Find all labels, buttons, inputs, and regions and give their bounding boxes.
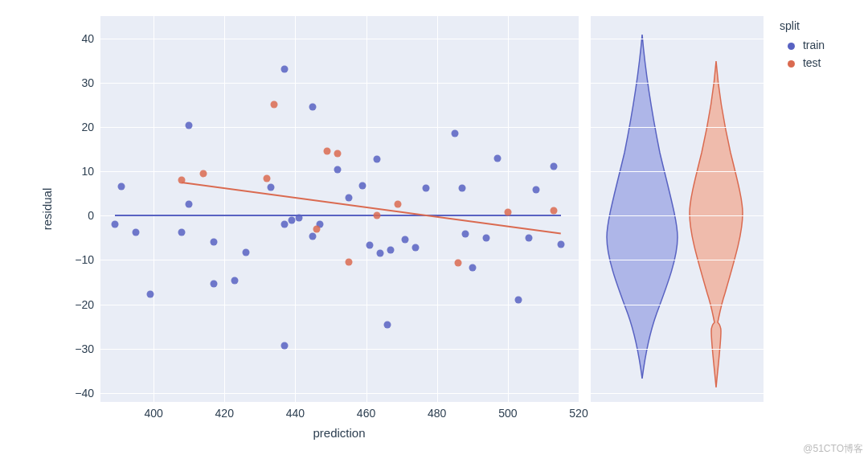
- grid-line-v: [154, 16, 154, 402]
- scatter-point-train: [458, 185, 465, 192]
- violin-svg: [591, 16, 764, 402]
- scatter-point-train: [345, 195, 352, 202]
- x-tick-label: 420: [215, 407, 234, 420]
- y-tick-label: 0: [70, 209, 94, 222]
- grid-line-h: [100, 39, 579, 39]
- scatter-point-train: [186, 122, 193, 129]
- scatter-point-train: [309, 103, 317, 110]
- legend-item-test: test: [788, 56, 821, 69]
- scatter-point-test: [345, 258, 352, 265]
- regression-line-train: [115, 215, 561, 216]
- legend-dot-test: [788, 60, 795, 68]
- violin-plot-area: [591, 16, 764, 402]
- scatter-point-train: [309, 232, 317, 240]
- grid-line-v: [224, 16, 225, 402]
- scatter-point-test: [199, 170, 207, 178]
- scatter-point-train: [451, 130, 458, 137]
- grid-line-h: [591, 39, 764, 39]
- legend-title: split: [780, 19, 800, 32]
- scatter-point-test: [334, 150, 342, 158]
- grid-line-h: [591, 305, 764, 305]
- legend-item-train: train: [788, 39, 825, 51]
- grid-line-h: [591, 349, 764, 350]
- scatter-point-train: [366, 242, 373, 249]
- scatter-point-train: [289, 216, 296, 223]
- scatter-point-train: [334, 166, 342, 174]
- watermark: @51CTO博客: [803, 442, 863, 456]
- scatter-point-test: [373, 212, 380, 219]
- scatter-point-test: [264, 174, 271, 182]
- legend-label-test: test: [803, 56, 821, 69]
- x-tick-label: 400: [144, 407, 162, 420]
- grid-line-v: [437, 16, 438, 402]
- scatter-point-train: [281, 65, 289, 72]
- scatter-point-train: [493, 154, 501, 162]
- scatter-point-train: [387, 247, 395, 254]
- grid-line-v: [366, 16, 367, 402]
- grid-line-h: [100, 127, 579, 128]
- figure: residual prediction split train test @51…: [0, 0, 868, 459]
- grid-line-h: [100, 260, 579, 260]
- scatter-point-train: [461, 231, 469, 238]
- scatter-point-train: [146, 291, 154, 298]
- x-axis-label: prediction: [313, 426, 365, 440]
- x-tick-label: 480: [428, 407, 446, 420]
- scatter-point-train: [412, 244, 420, 252]
- scatter-point-train: [402, 236, 409, 243]
- y-tick-label: −10: [70, 253, 94, 266]
- scatter-point-train: [118, 183, 125, 191]
- grid-line-h: [100, 393, 579, 394]
- scatter-point-train: [551, 163, 558, 170]
- scatter-point-train: [133, 228, 140, 236]
- scatter-point-train: [281, 342, 289, 349]
- scatter-point-test: [324, 148, 331, 155]
- scatter-point-train: [515, 297, 522, 304]
- scatter-point-train: [526, 234, 533, 241]
- scatter-point-train: [231, 277, 239, 284]
- scatter-point-train: [377, 249, 384, 256]
- grid-line-v: [295, 16, 296, 402]
- y-tick-label: 30: [70, 76, 94, 89]
- grid-line-h: [100, 349, 579, 350]
- scatter-point-test: [178, 176, 186, 183]
- grid-line-h: [100, 305, 579, 305]
- grid-line-h: [591, 393, 764, 394]
- grid-line-h: [591, 83, 764, 84]
- scatter-point-train: [178, 228, 186, 236]
- scatter-point-train: [211, 281, 218, 288]
- legend-dot-train: [788, 43, 795, 50]
- scatter-point-train: [111, 221, 118, 228]
- x-tick-label: 440: [286, 407, 305, 420]
- grid-line-h: [591, 215, 764, 216]
- scatter-point-train: [186, 201, 193, 208]
- scatter-point-train: [295, 215, 302, 222]
- scatter-point-train: [423, 184, 430, 191]
- grid-line-h: [591, 171, 764, 172]
- scatter-point-test: [551, 207, 558, 214]
- scatter-point-test: [455, 260, 462, 267]
- scatter-point-train: [242, 249, 249, 256]
- y-tick-label: −30: [70, 342, 94, 355]
- scatter-point-train: [469, 264, 476, 272]
- scatter-point-train: [281, 220, 289, 227]
- y-tick-label: 20: [70, 121, 94, 133]
- scatter-point-train: [483, 235, 490, 242]
- scatter-point-train: [384, 322, 391, 329]
- legend-label-train: train: [803, 39, 825, 51]
- x-tick-label: 520: [569, 407, 588, 420]
- x-tick-label: 460: [357, 407, 375, 420]
- scatter-point-train: [533, 186, 540, 194]
- grid-line-h: [591, 127, 764, 128]
- scatter-point-train: [267, 183, 274, 191]
- y-tick-label: −40: [70, 387, 94, 400]
- y-axis-label: residual: [40, 188, 54, 231]
- y-tick-label: 40: [70, 32, 94, 45]
- y-tick-label: 10: [70, 165, 94, 178]
- scatter-point-test: [504, 208, 511, 215]
- violin-test: [690, 61, 743, 387]
- scatter-point-train: [359, 182, 366, 189]
- violin-train: [607, 35, 678, 379]
- y-tick-label: −20: [70, 298, 94, 311]
- scatter-point-train: [373, 155, 380, 162]
- grid-line-h: [591, 260, 764, 260]
